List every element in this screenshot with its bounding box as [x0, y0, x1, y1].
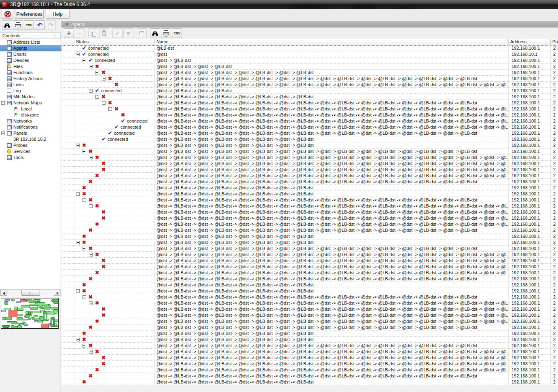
sidebar-item-history-actions[interactable]: History Actions	[0, 76, 61, 82]
redo-button[interactable]: ↷	[46, 20, 56, 30]
row-expand-icon[interactable]	[82, 198, 86, 202]
tree-expand-icon[interactable]	[1, 131, 5, 135]
table-row[interactable]: ✖@dst -> @LB-dst -> @dst -> @LB-dst -> @…	[61, 227, 558, 233]
row-expand-icon[interactable]	[76, 241, 80, 244]
table-row[interactable]: ✔connected@LB-dst192.168.100.12	[61, 45, 558, 51]
table-row[interactable]: ✔connected@dst -> @LB-dst -> @dst -> @LB…	[61, 88, 558, 94]
sidebar-item-3r-192-168-10-2[interactable]: 3R 192.168.10.2	[0, 136, 61, 142]
table-row[interactable]: ✖@dst -> @LB-dst -> @dst -> @LB-dst -> @…	[61, 379, 558, 385]
row-expand-icon[interactable]	[82, 247, 86, 250]
collapse-panel-icon[interactable]	[66, 23, 69, 25]
row-expand-icon[interactable]	[89, 156, 93, 159]
table-row[interactable]: ✖@dst -> @LB-dst -> @dst -> @LB-dst -> @…	[61, 264, 558, 270]
help-button[interactable]: Help	[46, 10, 70, 19]
table-row[interactable]: ✖@dst -> @LB-dst -> @dst -> @LB-dst -> @…	[61, 233, 558, 239]
table-row[interactable]: ✖@dst -> @LB-dst -> @dst -> @LB-dst192.1…	[61, 64, 558, 70]
find-button[interactable]	[2, 20, 12, 30]
row-expand-icon[interactable]	[89, 65, 93, 68]
table-row[interactable]: ✖@dst -> @LB-dst -> @dst -> @LB-dst -> @…	[61, 82, 558, 88]
disconnect-button[interactable]	[2, 10, 13, 19]
sidebar-item-services[interactable]: Services	[0, 148, 61, 155]
sidebar-item-charts[interactable]: Charts	[0, 51, 61, 57]
table-row[interactable]: ✔connected@dst -> @LB-dst192.168.100.12	[61, 57, 558, 64]
row-expand-icon[interactable]	[76, 53, 80, 56]
sidebar-item-links[interactable]: Links	[0, 82, 61, 88]
table-row[interactable]: ✖@dst -> @LB-dst -> @dst -> @LB-dst -> @…	[61, 221, 558, 227]
column-header-port[interactable]: Port	[551, 39, 558, 45]
table-row[interactable]: ✖@dst -> @LB-dst -> @dst -> @LB-dst -> @…	[61, 94, 558, 100]
row-expand-icon[interactable]	[89, 350, 93, 354]
row-expand-icon[interactable]	[89, 253, 93, 256]
scrollbar-thumb[interactable]	[21, 290, 40, 296]
table-row[interactable]: ✖@dst -> @LB-dst -> @dst -> @LB-dst -> @…	[61, 142, 558, 148]
table-row[interactable]: ✖@dst -> @LB-dst -> @dst -> @LB-dst -> @…	[61, 112, 558, 118]
row-expand-icon[interactable]	[95, 95, 99, 99]
sidebar-item-mib-nodes[interactable]: Mib Nodes	[0, 94, 61, 100]
table-row[interactable]: ✖@dst -> @LB-dst -> @dst -> @LB-dst -> @…	[61, 70, 558, 76]
table-row[interactable]: ✖@dst -> @LB-dst -> @dst -> @LB-dst -> @…	[61, 300, 558, 306]
row-expand-icon[interactable]	[82, 344, 86, 348]
table-row[interactable]: ✖@dst -> @LB-dst -> @dst -> @LB-dst -> @…	[61, 282, 558, 288]
table-row[interactable]: ✖@dst -> @LB-dst -> @dst -> @LB-dst -> @…	[61, 100, 558, 106]
column-header-address[interactable]: Address	[509, 39, 551, 45]
table-row[interactable]: ✖@dst -> @LB-dst -> @dst -> @LB-dst -> @…	[61, 155, 558, 161]
sidebar-item-devices[interactable]: Devices	[0, 57, 61, 64]
row-expand-icon[interactable]	[82, 295, 86, 299]
table-row[interactable]: ✔connected@dst -> @LB-dst -> @dst -> @LB…	[61, 118, 558, 124]
table-row[interactable]: ✖@dst -> @LB-dst -> @dst -> @LB-dst -> @…	[61, 167, 558, 173]
table-row[interactable]: ✖@dst -> @LB-dst -> @dst -> @LB-dst -> @…	[61, 106, 558, 112]
table-row[interactable]: ✖@dst -> @LB-dst -> @dst -> @LB-dst -> @…	[61, 306, 558, 312]
csv-button[interactable]: CSV	[24, 20, 34, 30]
table-row[interactable]: ✖@dst -> @LB-dst -> @dst -> @LB-dst -> @…	[61, 258, 558, 264]
table-row[interactable]: ✔connected@dst192.168.10.12	[61, 51, 558, 57]
scroll-right-button[interactable]	[54, 290, 60, 296]
table-row[interactable]: ✖@dst -> @LB-dst -> @dst -> @LB-dst -> @…	[61, 215, 558, 221]
table-row[interactable]: ✖@dst -> @LB-dst -> @dst -> @LB-dst -> @…	[61, 148, 558, 155]
find-button[interactable]	[150, 28, 160, 38]
column-header-status[interactable]: Status	[74, 39, 155, 45]
sidebar-item-local[interactable]: Local	[0, 106, 61, 112]
table-row[interactable]: ✖@dst -> @LB-dst -> @dst -> @LB-dst -> @…	[61, 343, 558, 349]
table-row[interactable]: ✖@dst -> @LB-dst -> @dst -> @LB-dst -> @…	[61, 209, 558, 215]
panel-button[interactable]	[137, 28, 147, 38]
cancel-button[interactable]: ✖	[123, 28, 133, 38]
sidebar-item-notifications[interactable]: Notifications	[0, 124, 61, 130]
table-row[interactable]: ✖@dst -> @LB-dst -> @dst -> @LB-dst -> @…	[61, 239, 558, 246]
table-row[interactable]: ✖@dst -> @LB-dst -> @dst -> @LB-dst -> @…	[61, 367, 558, 373]
sidebar-item-agents[interactable]: Agents	[0, 45, 61, 51]
table-row[interactable]: ✖@dst -> @LB-dst -> @dst -> @LB-dst -> @…	[61, 197, 558, 203]
table-row[interactable]: ✖@dst -> @LB-dst -> @dst -> @LB-dst -> @…	[61, 191, 558, 197]
table-row[interactable]: ✖@dst -> @LB-dst -> @dst -> @LB-dst -> @…	[61, 312, 558, 318]
table-row[interactable]: ✖@dst -> @LB-dst -> @dst -> @LB-dst -> @…	[61, 355, 558, 361]
row-expand-icon[interactable]	[102, 77, 106, 81]
table-row[interactable]: ✖@dst -> @LB-dst -> @dst -> @LB-dst -> @…	[61, 173, 558, 179]
csv-button[interactable]: CSV	[172, 28, 182, 38]
sidebar-item-network-maps[interactable]: Network Maps	[0, 100, 61, 106]
sidebar-item-dist-zone[interactable]: dist-zone	[0, 112, 61, 118]
sidebar-item-tools[interactable]: Tools	[0, 155, 61, 161]
column-header-icon[interactable]	[61, 39, 74, 45]
sidebar-item-networks[interactable]: Networks	[0, 118, 61, 124]
preferences-button[interactable]: Preferences	[15, 10, 44, 19]
row-expand-icon[interactable]	[76, 338, 80, 341]
table-row[interactable]: ✖@dst -> @LB-dst -> @dst -> @LB-dst -> @…	[61, 331, 558, 337]
undo-button[interactable]: ↶	[35, 20, 45, 30]
row-expand-icon[interactable]	[76, 289, 80, 293]
table-row[interactable]: ✔connected@dst -> @LB-dst -> @dst -> @LB…	[61, 136, 558, 142]
sidebar-item-log[interactable]: Log	[0, 88, 61, 94]
row-expand-icon[interactable]	[95, 71, 99, 74]
table-row[interactable]: ✖@dst -> @LB-dst -> @dst -> @LB-dst -> @…	[61, 252, 558, 258]
remove-button[interactable]: −	[75, 28, 85, 38]
sidebar-item-functions[interactable]: Functions	[0, 70, 61, 76]
contents-pane-header[interactable]: Contents	[0, 32, 61, 39]
scroll-left-button[interactable]	[0, 290, 7, 296]
row-expand-icon[interactable]	[108, 107, 112, 111]
row-expand-icon[interactable]	[82, 150, 86, 153]
table-row[interactable]: ✖@dst -> @LB-dst -> @dst -> @LB-dst -> @…	[61, 349, 558, 355]
table-row[interactable]: ✖@dst -> @LB-dst -> @dst -> @LB-dst -> @…	[61, 337, 558, 343]
table-row[interactable]: ✖@dst -> @LB-dst -> @dst -> @LB-dst -> @…	[61, 288, 558, 294]
sidebar-item-probes[interactable]: Probes	[0, 142, 61, 148]
tree-expand-icon[interactable]	[1, 101, 5, 105]
row-expand-icon[interactable]	[82, 59, 86, 62]
table-row[interactable]: ✖@dst -> @LB-dst -> @dst -> @LB-dst -> @…	[61, 373, 558, 379]
